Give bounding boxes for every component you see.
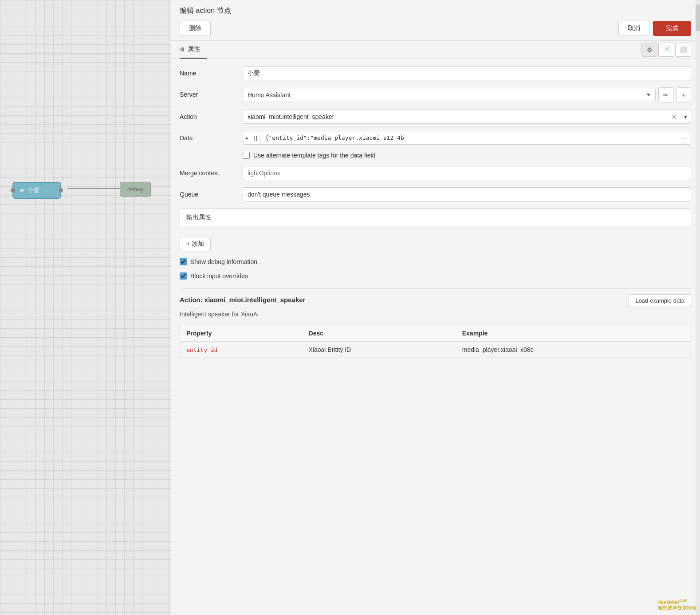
load-example-button[interactable]: Load example data	[629, 294, 691, 307]
block-input-label[interactable]: Block input overrides	[190, 272, 248, 280]
data-control-wrap: ▸ {} ···	[243, 131, 691, 145]
action-info-title: Action: xiaomi_miot.intelligent_speaker	[180, 296, 305, 304]
show-debug-checkbox[interactable]	[180, 258, 187, 265]
data-more-btn[interactable]: ···	[678, 134, 691, 142]
col-desc: Desc	[303, 325, 456, 342]
col-property: Property	[180, 325, 303, 342]
data-input-group: ▸ {} ···	[243, 131, 691, 145]
queue-label: Queue	[180, 187, 237, 198]
add-button-wrap: + 添加	[180, 233, 691, 251]
data-type-indicator: {}	[251, 131, 261, 144]
name-label: Name	[180, 66, 237, 77]
panel-header: 编辑 action 节点 删除 取消 完成	[171, 0, 700, 41]
watermark-subtitle: 瀚思彼岸技术论坛	[657, 605, 696, 611]
watermark-com: com	[679, 598, 688, 603]
action-input[interactable]	[243, 110, 668, 123]
data-row: Data ▸ {} ···	[180, 131, 691, 145]
tab-properties[interactable]: ⚙ 属性	[180, 41, 207, 59]
alternate-template-label[interactable]: Use alternate template tags for the data…	[253, 152, 376, 159]
gear-icon: ⚙	[180, 46, 185, 53]
table-header-row: Property Desc Example	[180, 325, 691, 342]
col-example: Example	[456, 325, 691, 342]
table-body: entity_id Xiaoai Entity ID media_player.…	[180, 342, 691, 358]
section-divider	[180, 288, 691, 289]
panel-toolbar: 删除 取消 完成	[180, 21, 691, 36]
node-input-port[interactable]	[11, 188, 15, 193]
show-debug-label[interactable]: Show debug information	[190, 258, 257, 265]
merge-context-wrap	[243, 166, 691, 180]
data-label: Data	[180, 131, 237, 142]
action-info-desc: Intelligent speaker for XiaoAi	[180, 311, 691, 318]
flow-wire	[67, 188, 121, 189]
node-output-port[interactable]	[59, 188, 63, 193]
alternate-template-checkbox[interactable]	[243, 152, 250, 159]
server-row: Server Home Assistant ✏ +	[180, 87, 691, 102]
tab-properties-label: 属性	[188, 45, 200, 53]
prop-code-entity-id: entity_id	[186, 347, 217, 353]
server-add-btn[interactable]: +	[676, 87, 691, 102]
server-select[interactable]: Home Assistant	[243, 88, 656, 102]
watermark: Hassbiancom 瀚思彼岸技术论坛	[657, 598, 696, 611]
delete-button[interactable]: 删除	[180, 21, 211, 36]
edit-panel: 编辑 action 节点 删除 取消 完成 ⚙ 属性 ⚙ 📄 ⬜ Name	[171, 0, 700, 615]
merge-context-row: Merge context	[180, 166, 691, 180]
merge-context-label: Merge context	[180, 166, 237, 177]
server-row-inner: Home Assistant ✏ +	[243, 87, 691, 102]
prop-entity-id: entity_id	[180, 342, 303, 358]
action-label: Action	[180, 110, 237, 120]
server-label: Server	[180, 87, 237, 98]
data-toggle-btn[interactable]: ▸	[243, 132, 251, 144]
properties-table: Property Desc Example entity_id Xiaoai E…	[180, 325, 691, 358]
data-input[interactable]	[261, 131, 679, 144]
properties-table-container: Property Desc Example entity_id Xiaoai E…	[180, 325, 691, 358]
debug-node-label: debug	[127, 186, 143, 193]
toolbar-right: 取消 完成	[618, 21, 691, 36]
merge-context-input[interactable]	[243, 166, 691, 180]
action-input-group: ✕ ▾	[243, 110, 691, 124]
name-input-wrap	[243, 66, 691, 80]
done-button[interactable]: 完成	[653, 21, 691, 36]
add-output-button[interactable]: + 添加	[180, 237, 211, 251]
action-info-section: Action: xiaomi_miot.intelligent_speaker …	[180, 296, 691, 358]
prop-desc-entity-id: Xiaoai Entity ID	[303, 342, 456, 358]
scrollbar-thumb[interactable]	[696, 4, 700, 31]
scrollbar[interactable]	[696, 0, 700, 615]
server-edit-btn[interactable]: ✏	[658, 87, 673, 102]
canvas-area: ≋ 小爱 ··· debug	[0, 0, 171, 615]
queue-wrap: don't queue messages	[243, 187, 691, 201]
debug-checkboxes: Show debug information Block input overr…	[180, 258, 691, 280]
block-input-checkbox[interactable]	[180, 272, 187, 280]
show-debug-row: Show debug information	[180, 258, 691, 265]
name-input[interactable]	[243, 66, 691, 80]
block-input-row: Block input overrides	[180, 272, 691, 280]
tab-appearance-btn[interactable]: ⬜	[675, 43, 691, 57]
action-row: Action ✕ ▾	[180, 110, 691, 124]
queue-select[interactable]: don't queue messages	[243, 187, 691, 201]
flow-node-xiaoai[interactable]: ≋ 小爱 ···	[12, 182, 61, 199]
panel-tabs: ⚙ 属性 ⚙ 📄 ⬜	[171, 41, 700, 59]
alternate-template-row: Use alternate template tags for the data…	[243, 152, 691, 159]
node-icon: ≋	[20, 187, 24, 194]
output-section: 输出属性	[180, 209, 691, 226]
node-detail-icon: ···	[43, 187, 48, 194]
form-area: Name Server Home Assistant ✏ + Action	[171, 59, 700, 615]
action-control-wrap: ✕ ▾	[243, 110, 691, 124]
cancel-button[interactable]: 取消	[618, 21, 649, 36]
queue-row: Queue don't queue messages	[180, 187, 691, 201]
action-dropdown-btn[interactable]: ▾	[680, 114, 691, 120]
action-info-header: Action: xiaomi_miot.intelligent_speaker …	[180, 296, 691, 307]
table-row: entity_id Xiaoai Entity ID media_player.…	[180, 342, 691, 358]
tab-description-btn[interactable]: 📄	[658, 43, 674, 57]
server-control-wrap: Home Assistant ✏ +	[243, 87, 691, 102]
panel-title: 编辑 action 节点	[180, 6, 691, 16]
tab-action-icons: ⚙ 📄 ⬜	[641, 43, 691, 57]
action-clear-btn[interactable]: ✕	[668, 113, 680, 121]
debug-node[interactable]: debug	[120, 182, 151, 197]
tab-settings-btn[interactable]: ⚙	[641, 43, 657, 57]
output-header: 输出属性	[180, 209, 691, 226]
name-row: Name	[180, 66, 691, 80]
table-head: Property Desc Example	[180, 325, 691, 342]
watermark-text: Hassbiancom	[657, 599, 688, 605]
node-label: 小爱	[28, 186, 39, 194]
prop-example-entity-id: media_player.xiaoai_x08c	[456, 342, 691, 358]
